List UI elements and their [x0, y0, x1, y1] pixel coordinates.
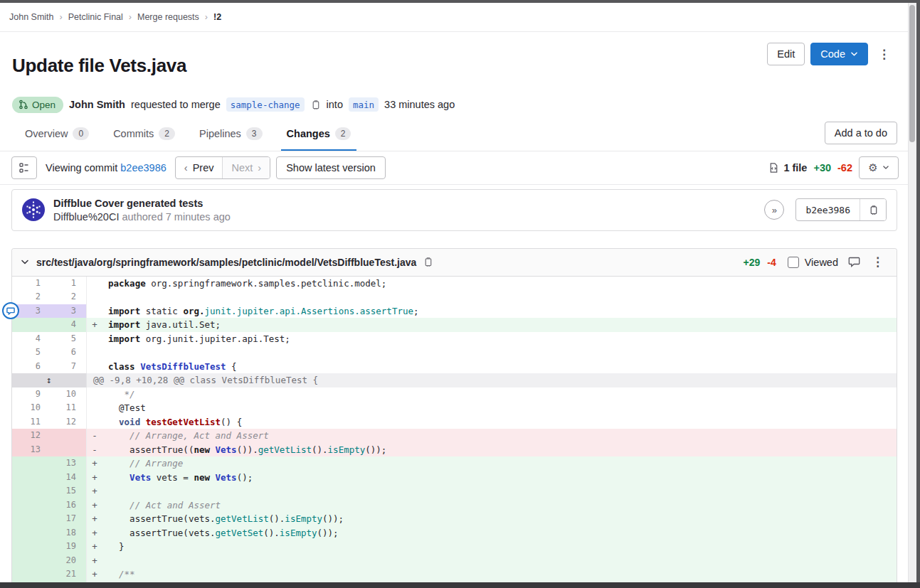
- old-line-number[interactable]: [12, 318, 52, 332]
- tab-label: Pipelines: [199, 128, 241, 139]
- old-line-number[interactable]: 5: [12, 346, 52, 360]
- source-branch-label[interactable]: sample-change: [226, 97, 305, 112]
- old-line-number[interactable]: [12, 554, 52, 568]
- new-line-number[interactable]: 4: [52, 318, 86, 332]
- diff-row: 17+ assertTrue(vets.getVetList().isEmpty…: [12, 512, 897, 526]
- new-line-number[interactable]: 3: [52, 304, 86, 319]
- expand-lines-icon[interactable]: ↕: [12, 373, 86, 387]
- diff-settings-button[interactable]: ⚙: [859, 156, 899, 179]
- code-line: class VetsDiffblueTest {: [102, 360, 897, 374]
- window-frame-bottom: [0, 582, 920, 588]
- code-line: }: [102, 540, 897, 554]
- merge-request-page: John Smith›Petclinic Final›Merge request…: [0, 3, 909, 582]
- new-line-number[interactable]: [52, 429, 86, 443]
- viewing-commit-sha-link[interactable]: b2ee3986: [120, 162, 166, 173]
- old-line-number[interactable]: 6: [12, 360, 52, 374]
- breadcrumb-separator-icon: ›: [129, 12, 132, 22]
- old-line-number[interactable]: [12, 484, 52, 498]
- code-line: package org.springframework.samples.petc…: [102, 277, 897, 291]
- collapse-file-chevron-icon[interactable]: [21, 259, 29, 265]
- new-line-number[interactable]: [52, 443, 86, 457]
- new-line-number[interactable]: 21: [52, 567, 86, 582]
- copy-file-path-icon[interactable]: [423, 257, 433, 267]
- breadcrumb-separator-icon: ›: [60, 12, 63, 22]
- new-line-number[interactable]: 1: [52, 277, 86, 291]
- diff-sign: +: [86, 318, 102, 332]
- file-tree-toggle-button[interactable]: [11, 156, 37, 179]
- old-line-number[interactable]: 10: [12, 401, 52, 415]
- old-line-number[interactable]: [12, 498, 52, 513]
- collapse-chevrons-icon[interactable]: »: [764, 200, 784, 220]
- code-button[interactable]: Code: [810, 43, 868, 65]
- diff-sign: +: [86, 456, 102, 471]
- copy-branch-icon[interactable]: [310, 100, 321, 110]
- old-line-number[interactable]: 4: [12, 332, 52, 346]
- new-line-number[interactable]: 20: [52, 554, 86, 568]
- breadcrumb-separator-icon: ›: [205, 12, 208, 22]
- new-line-number[interactable]: 12: [52, 415, 86, 429]
- old-line-number[interactable]: 12: [12, 429, 52, 443]
- new-line-number[interactable]: 11: [52, 401, 86, 415]
- tab-overview[interactable]: Overview0: [19, 119, 95, 151]
- new-line-number[interactable]: 15: [52, 484, 86, 498]
- old-line-number[interactable]: 1: [12, 277, 52, 291]
- diff-table: 11package org.springframework.samples.pe…: [12, 277, 897, 582]
- new-line-number[interactable]: 5: [52, 332, 86, 346]
- code-line: import org.junit.jupiter.api.Test;: [102, 332, 897, 346]
- new-line-number[interactable]: 2: [52, 290, 86, 304]
- file-options-kebab-icon[interactable]: ⋮: [867, 256, 888, 268]
- edit-button[interactable]: Edit: [767, 43, 805, 65]
- breadcrumb-item[interactable]: John Smith: [9, 12, 54, 22]
- diff-sign: +: [86, 554, 102, 568]
- show-latest-version-button[interactable]: Show latest version: [276, 156, 386, 179]
- old-line-number[interactable]: [12, 471, 52, 485]
- commit-author-name[interactable]: Diffblue%20CI: [53, 211, 119, 223]
- diff-sign: -: [86, 429, 102, 443]
- code-line: [102, 290, 897, 304]
- tab-pipelines[interactable]: Pipelines3: [194, 119, 268, 151]
- new-line-number[interactable]: 18: [52, 526, 86, 540]
- new-line-number[interactable]: 19: [52, 540, 86, 554]
- tab-changes[interactable]: Changes2: [281, 119, 357, 151]
- new-line-number[interactable]: 7: [52, 360, 86, 374]
- old-line-number[interactable]: 2: [12, 290, 52, 304]
- scrollbar-thumb[interactable]: [909, 5, 915, 142]
- viewed-checkbox[interactable]: [788, 257, 799, 268]
- diff-sign: +: [86, 471, 102, 485]
- author-link[interactable]: John Smith: [69, 99, 125, 110]
- file-path[interactable]: src/test/java/org/springframework/sample…: [36, 257, 416, 268]
- breadcrumb-item[interactable]: Merge requests: [137, 12, 199, 22]
- new-line-number[interactable]: 10: [52, 387, 86, 402]
- old-line-number[interactable]: [12, 512, 52, 526]
- next-button[interactable]: Next ›: [223, 157, 270, 178]
- old-line-number[interactable]: 9: [12, 387, 52, 402]
- new-line-number[interactable]: 16: [52, 498, 86, 513]
- mr-options-kebab-icon[interactable]: ⋮: [874, 48, 894, 60]
- new-line-number[interactable]: 17: [52, 512, 86, 526]
- copy-commit-sha-button[interactable]: [860, 199, 886, 220]
- code-line: [102, 346, 897, 360]
- old-line-number[interactable]: [12, 540, 52, 554]
- old-line-number[interactable]: [12, 567, 52, 582]
- old-line-number[interactable]: 11: [12, 415, 52, 429]
- diff-row: 13+ // Arrange: [12, 456, 897, 471]
- new-line-number[interactable]: 6: [52, 346, 86, 360]
- files-changed-count: 1 file: [768, 162, 807, 173]
- scrollbar-track[interactable]: [908, 3, 916, 582]
- diff-row: 21+ /**: [12, 567, 897, 582]
- prev-button[interactable]: ‹ Prev: [176, 157, 223, 178]
- commit-card-actions: » b2ee3986: [764, 198, 887, 221]
- old-line-number[interactable]: 13: [12, 443, 52, 457]
- breadcrumb-item[interactable]: Petclinic Final: [68, 12, 123, 22]
- old-line-number[interactable]: [12, 456, 52, 471]
- tab-count-badge: 3: [246, 127, 263, 140]
- old-line-number[interactable]: [12, 526, 52, 540]
- new-line-number[interactable]: 13: [52, 456, 86, 471]
- comment-file-icon[interactable]: [848, 257, 860, 267]
- hunk-header-text: @@ -9,8 +10,28 @@ class VetsDiffblueTest…: [86, 373, 897, 387]
- new-line-number[interactable]: 14: [52, 471, 86, 485]
- commit-title[interactable]: Diffblue Cover generated tests: [53, 198, 231, 209]
- add-a-to-do-button[interactable]: Add a to do: [825, 122, 897, 144]
- tab-commits[interactable]: Commits2: [107, 119, 181, 151]
- target-branch-label[interactable]: main: [349, 97, 379, 112]
